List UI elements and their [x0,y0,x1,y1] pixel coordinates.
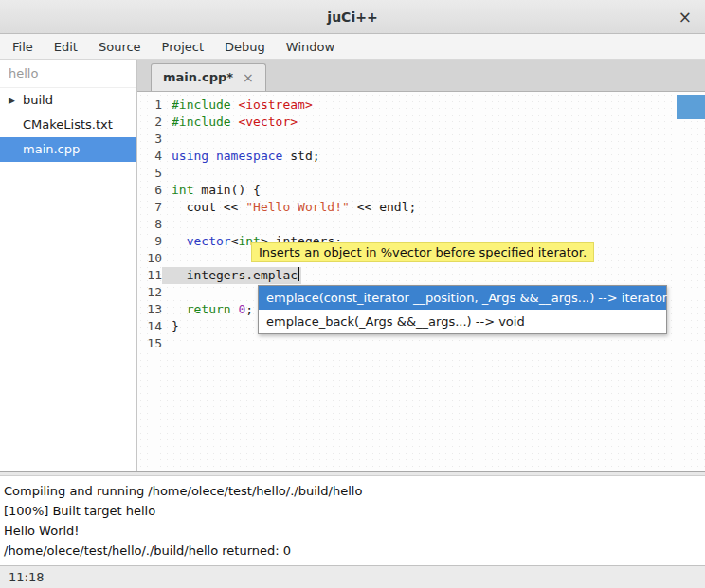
code-line[interactable]: 11 integers.emplac [137,267,705,284]
menu-window[interactable]: Window [276,36,345,58]
code-text: #include <iostream> [162,97,313,114]
tree-item-main-cpp[interactable]: main.cpp [0,137,136,162]
window-close-icon[interactable]: × [678,9,692,25]
app-window: juCi++ × FileEditSourceProjectDebugWindo… [0,0,705,588]
line-number: 14 [137,318,162,335]
tree-item-label: CMakeLists.txt [23,117,113,132]
output-line: [100%] Built target hello [4,501,701,521]
file-tree-panel: hello ▶buildCMakeLists.txtmain.cpp [0,60,137,471]
autocomplete-item[interactable]: emplace(const_iterator __position, _Args… [259,286,666,310]
code-text: integers.emplac [162,267,301,284]
line-number: 11 [137,267,162,284]
code-text [162,335,172,352]
tab-bar: main.cpp* × [137,60,705,92]
output-line: /home/olece/test/hello/./build/hello ret… [4,541,701,561]
code-text: int main() { [162,182,261,199]
line-number: 15 [137,335,162,352]
tree-item-label: main.cpp [23,142,80,156]
tab-label: main.cpp* [163,70,233,84]
line-number: 13 [137,301,162,318]
code-line[interactable]: 5 [137,165,705,182]
code-text: using namespace std; [162,148,320,165]
clock: 11:18 [9,570,44,584]
code-line[interactable]: 6int main() { [137,182,705,199]
code-text [162,250,172,267]
menu-source[interactable]: Source [88,36,152,58]
code-line[interactable]: 2#include <vector> [137,114,705,131]
code-text [162,284,172,301]
editor-pane: main.cpp* × 1#include <iostream>2#includ… [137,60,705,471]
scrollbar-thumb[interactable] [677,95,705,119]
tab-main-cpp[interactable]: main.cpp* × [151,63,266,91]
status-bar: 11:18 [0,565,705,588]
menubar: FileEditSourceProjectDebugWindow [0,34,705,60]
file-tree: ▶buildCMakeLists.txtmain.cpp [0,88,136,162]
autocomplete-item[interactable]: emplace_back(_Args &&__args...) --> void [259,310,666,333]
code-text: } [162,318,179,335]
tree-item-cmakelists-txt[interactable]: CMakeLists.txt [0,113,136,137]
line-number: 2 [137,114,162,131]
titlebar: juCi++ × [0,0,705,34]
line-number: 12 [137,284,162,301]
line-number: 10 [137,250,162,267]
autocomplete-popup: emplace(const_iterator __position, _Args… [258,285,667,334]
editor-content[interactable]: 1#include <iostream>2#include <vector>34… [137,92,705,471]
code-text: #include <vector> [162,114,298,131]
code-text [162,165,172,182]
code-text [162,216,172,233]
code-line[interactable]: 15 [137,335,705,352]
tab-close-icon[interactable]: × [243,71,254,84]
line-number: 4 [137,148,162,165]
code-line[interactable]: 8 [137,216,705,233]
code-line[interactable]: 1#include <iostream> [137,97,705,114]
output-line: Hello World! [4,521,701,541]
tree-item-label: build [23,93,53,107]
line-number: 6 [137,182,162,199]
code-line[interactable]: 4using namespace std; [137,148,705,165]
line-number: 7 [137,199,162,216]
line-number: 5 [137,165,162,182]
project-filter-input[interactable]: hello [0,60,136,88]
code-text: cout << "Hello World!" << endl; [162,199,416,216]
menu-project[interactable]: Project [152,36,214,58]
code-text: return 0; [162,301,253,318]
window-title: juCi++ [327,9,377,25]
code-text [162,131,172,148]
code-line[interactable]: 7 cout << "Hello World!" << endl; [137,199,705,216]
line-number: 1 [137,97,162,114]
line-number: 3 [137,131,162,148]
output-line: Compiling and running /home/olece/test/h… [4,481,701,501]
expander-triangle-icon[interactable]: ▶ [9,88,15,113]
tree-item-build[interactable]: ▶build [0,88,136,113]
main-area: hello ▶buildCMakeLists.txtmain.cpp main.… [0,60,705,471]
line-number: 9 [137,233,162,250]
menu-edit[interactable]: Edit [44,36,88,58]
menu-file[interactable]: File [2,36,44,58]
menu-debug[interactable]: Debug [214,36,276,58]
text-caret [298,267,299,281]
output-panel: Compiling and running /home/olece/test/h… [0,476,705,565]
line-number: 8 [137,216,162,233]
code-line[interactable]: 3 [137,131,705,148]
doc-tooltip: Inserts an object in %vector before spec… [251,242,594,262]
